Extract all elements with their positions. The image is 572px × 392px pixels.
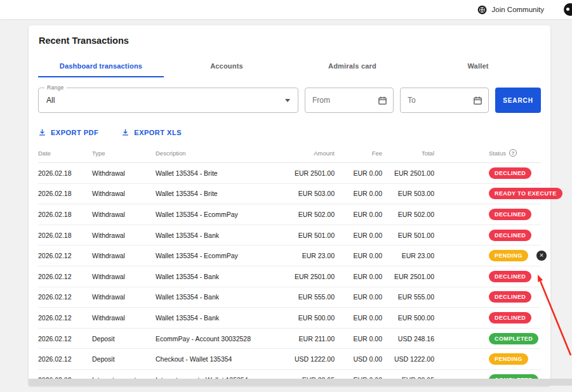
user-avatar[interactable] xyxy=(564,3,572,16)
tab-label: Admirals card xyxy=(328,62,376,70)
to-date-input[interactable] xyxy=(406,95,473,105)
cell-amount: EUR 2501.00 xyxy=(276,273,335,280)
cell-date: 2026.02.18 xyxy=(38,232,92,239)
export-pdf-button[interactable]: EXPORT PDF xyxy=(38,128,98,136)
cell-status: READY TO EXECUTE xyxy=(434,188,541,199)
tab-admirals-card[interactable]: Admirals card xyxy=(289,55,415,77)
download-icon xyxy=(121,128,130,136)
column-header-date: Date xyxy=(38,150,92,157)
calendar-icon[interactable] xyxy=(473,96,482,105)
status-badge: DECLINED xyxy=(489,271,531,282)
status-badge: PENDING xyxy=(489,353,528,365)
download-icon xyxy=(38,128,46,136)
cell-description: Wallet 135354 - Brite xyxy=(156,190,276,197)
status-badge: DECLINED xyxy=(489,291,531,303)
cell-amount: EUR 211.00 xyxy=(276,335,335,343)
tab-dashboard-transactions[interactable]: Dashboard transactions xyxy=(38,55,164,77)
export-row: EXPORT PDF EXPORT XLS xyxy=(38,128,541,136)
cell-status: DECLINED xyxy=(434,209,541,220)
cell-type: Withdrawal xyxy=(92,273,156,280)
calendar-icon[interactable] xyxy=(378,96,387,105)
table-row: 2026.02.12WithdrawalWallet 135354 - Bank… xyxy=(38,266,541,287)
cell-type: Deposit xyxy=(92,335,156,343)
tab-label: Wallet xyxy=(467,62,488,70)
topbar: Join Community xyxy=(0,0,572,19)
cell-description: Wallet 135354 - Bank xyxy=(156,314,276,322)
cell-description: Wallet 135354 - Bank xyxy=(156,232,276,239)
cell-fee: EUR 0.00 xyxy=(335,335,382,343)
table-header: Date Type Description Amount Fee Total S… xyxy=(38,149,541,163)
cell-type: Withdrawal xyxy=(92,211,156,218)
cell-fee: EUR 0.00 xyxy=(335,169,382,177)
cell-type: Withdrawal xyxy=(92,293,156,301)
cell-description: Checkout - Wallet 135354 xyxy=(156,355,276,363)
cell-type: Withdrawal xyxy=(92,314,156,322)
search-button[interactable]: SEARCH xyxy=(495,88,541,113)
cell-amount: EUR 501.00 xyxy=(276,232,335,239)
column-header-fee: Fee xyxy=(335,150,382,157)
cell-description: Wallet 135354 - Brite xyxy=(156,169,276,177)
cancel-transaction-button[interactable]: × xyxy=(536,251,547,261)
cell-amount: EUR 502.00 xyxy=(276,211,335,218)
column-header-total: Total xyxy=(382,150,434,157)
join-community-button[interactable]: Join Community xyxy=(477,5,544,15)
cell-total: USD 1222.00 xyxy=(382,355,434,363)
cell-status: DECLINED xyxy=(434,167,541,179)
cell-total: EUR 501.00 xyxy=(382,232,434,239)
cell-total: USD 248.16 xyxy=(382,335,434,343)
cell-fee: EUR 0.00 xyxy=(335,293,382,301)
cell-date: 2026.02.12 xyxy=(38,252,92,259)
cell-type: Withdrawal xyxy=(92,169,156,177)
cell-status: COMPLETED xyxy=(434,333,541,344)
community-globe-icon xyxy=(477,5,487,15)
cell-date: 2026.02.18 xyxy=(38,190,92,197)
transactions-body: 2026.02.18WithdrawalWallet 135354 - Brit… xyxy=(38,163,541,391)
filters-row: Range All SEARCH xyxy=(38,88,541,113)
tab-label: Accounts xyxy=(210,62,243,70)
cell-status: DECLINED xyxy=(434,312,541,323)
column-header-amount: Amount xyxy=(276,150,335,157)
cell-type: Withdrawal xyxy=(92,252,156,259)
range-select-value: All xyxy=(46,96,55,105)
cell-status: DECLINED xyxy=(434,271,541,282)
recent-transactions-card: Recent Transactions Dashboard transactio… xyxy=(29,25,550,386)
export-xls-button[interactable]: EXPORT XLS xyxy=(121,128,182,136)
export-pdf-label: EXPORT PDF xyxy=(51,129,98,136)
column-header-description: Description xyxy=(156,150,276,157)
cell-fee: EUR 0.00 xyxy=(335,252,382,259)
tab-wallet[interactable]: Wallet xyxy=(415,55,541,77)
cell-date: 2026.02.18 xyxy=(38,169,92,177)
cell-date: 2026.02.12 xyxy=(38,355,92,363)
status-help-icon[interactable]: ? xyxy=(509,149,517,157)
cell-date: 2026.02.12 xyxy=(38,335,92,343)
cell-status: PENDING xyxy=(434,353,541,365)
status-badge: DECLINED xyxy=(489,312,531,323)
status-badge: DECLINED xyxy=(489,167,531,179)
from-date-input[interactable] xyxy=(311,95,378,105)
table-row: 2026.02.18WithdrawalWallet 135354 - Brit… xyxy=(38,163,541,184)
cell-fee: USD 0.00 xyxy=(335,355,382,363)
column-header-type: Type xyxy=(92,150,156,157)
status-badge: PENDING xyxy=(489,250,528,261)
cell-type: Deposit xyxy=(92,355,156,363)
join-community-label: Join Community xyxy=(492,6,544,13)
cell-date: 2026.02.12 xyxy=(38,273,92,280)
cell-fee: EUR 0.00 xyxy=(335,190,382,197)
table-row: 2026.02.12WithdrawalWallet 135354 - Ecom… xyxy=(38,245,541,266)
cell-total: EUR 2501.00 xyxy=(382,169,434,177)
horizontal-scrollbar[interactable] xyxy=(29,379,572,386)
cell-description: EcommPay - Account 30032528 xyxy=(156,335,276,343)
cell-fee: EUR 0.00 xyxy=(335,314,382,322)
cell-description: Wallet 135354 - EcommPay xyxy=(156,211,276,218)
tab-accounts[interactable]: Accounts xyxy=(164,55,289,77)
cell-fee: EUR 0.00 xyxy=(335,232,382,239)
chevron-down-icon xyxy=(285,99,290,102)
table-row: 2026.02.12WithdrawalWallet 135354 - Bank… xyxy=(38,287,541,308)
range-select[interactable]: Range All xyxy=(38,88,298,113)
cell-status: DECLINED xyxy=(434,291,541,303)
status-badge: DECLINED xyxy=(489,230,531,241)
table-row: 2026.02.18WithdrawalWallet 135354 - Bank… xyxy=(38,225,541,246)
cell-date: 2026.02.18 xyxy=(38,211,92,218)
cell-description: Wallet 135354 - Bank xyxy=(156,273,276,280)
cell-amount: USD 1222.00 xyxy=(276,355,335,363)
